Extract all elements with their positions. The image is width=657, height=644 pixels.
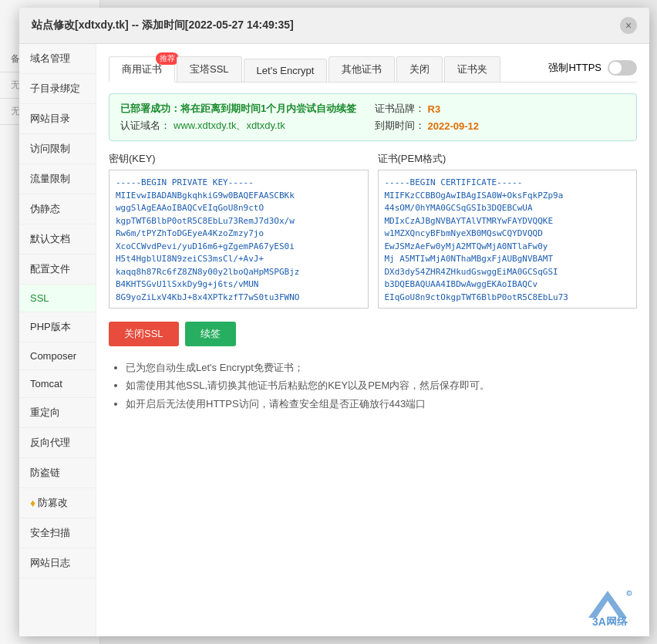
renew-button[interactable]: 续签 xyxy=(185,322,236,346)
cert-brand-value: R3 xyxy=(428,103,441,115)
info-item-1: 已为您自动生成Let's Encrypt免费证书； xyxy=(126,359,637,376)
sidenav-item-redirect[interactable]: 重定向 xyxy=(19,398,96,428)
domain-label: 认证域名： xyxy=(120,119,170,133)
sidenav-item-php[interactable]: PHP版本 xyxy=(19,312,96,342)
sidenav-item-security-scan[interactable]: 安全扫描 xyxy=(19,518,96,548)
action-buttons: 关闭SSL 续签 xyxy=(109,322,637,346)
sidenav-item-webdir[interactable]: 网站目录 xyxy=(19,104,96,134)
main-content: 商用证书 推荐 宝塔SSL Let's Encrypt 其他证书 xyxy=(96,44,649,636)
sidenav-item-hotlink[interactable]: 防盗链 xyxy=(19,458,96,488)
cert-section: 证书(PEM格式) -----BEGIN CERTIFICATE----- MI… xyxy=(378,152,638,311)
dialog-body: 域名管理 子目录绑定 网站目录 访问限制 流量限制 伪静态 默认文档 配置文件 … xyxy=(19,44,649,636)
info-item-3: 如开启后无法使用HTTPS访问，请检查安全组是否正确放行443端口 xyxy=(126,395,637,413)
sidenav-item-logs[interactable]: 网站日志 xyxy=(19,548,96,578)
sidenav-item-config[interactable]: 配置文件 xyxy=(19,255,96,285)
cert-columns: 密钥(KEY) -----BEGIN PRIVATE KEY----- MIIE… xyxy=(109,152,637,311)
dialog-header: 站点修改[xdtxdy.tk] -- 添加时间[2022-05-27 14:49… xyxy=(19,8,649,44)
close-icon[interactable]: × xyxy=(620,17,637,34)
expire-value: 2022-09-12 xyxy=(428,120,480,132)
logo-icon: 3A网络 R xyxy=(577,587,638,625)
tab-other-cert[interactable]: 其他证书 xyxy=(328,56,395,82)
cert-label: 证书(PEM格式) xyxy=(378,152,638,166)
success-banner: 已部署成功：将在距离到期时间1个月内尝试自动续签 证书品牌： R3 认证域名： … xyxy=(109,93,637,141)
sidenav-item-ssl[interactable]: SSL xyxy=(19,285,96,312)
dialog-sidenav: 域名管理 子目录绑定 网站目录 访问限制 流量限制 伪静态 默认文档 配置文件 … xyxy=(19,44,96,636)
dialog-title: 站点修改[xdtxdy.tk] -- 添加时间[2022-05-27 14:49… xyxy=(32,19,294,32)
sidenav-item-reverse-proxy[interactable]: 反向代理 xyxy=(19,428,96,458)
tab-commercial-cert[interactable]: 商用证书 推荐 xyxy=(109,56,175,83)
toggle-knob xyxy=(609,62,622,74)
cert-brand-label: 证书品牌： xyxy=(375,102,425,116)
tab-lets-encrypt[interactable]: Let's Encrypt xyxy=(244,59,328,82)
info-list: 已为您自动生成Let's Encrypt免费证书； 如需使用其他SSL,请切换其… xyxy=(109,359,637,413)
svg-marker-0 xyxy=(588,591,627,618)
close-ssl-button[interactable]: 关闭SSL xyxy=(109,322,179,346)
svg-text:3A网络: 3A网络 xyxy=(592,615,628,625)
key-label: 密钥(KEY) xyxy=(109,152,369,166)
watermark: 3A网络 R xyxy=(577,587,638,625)
svg-text:R: R xyxy=(628,591,631,595)
key-textarea[interactable]: -----BEGIN PRIVATE KEY----- MIIEvwIBADAN… xyxy=(109,170,369,309)
sidenav-item-domain[interactable]: 域名管理 xyxy=(19,44,96,74)
expire-label: 到期时间： xyxy=(375,119,425,133)
cert-textarea[interactable]: -----BEGIN CERTIFICATE----- MIIFKzCCBBOg… xyxy=(378,170,638,309)
force-https-label: 强制HTTPS xyxy=(548,61,601,75)
force-https-toggle[interactable] xyxy=(608,60,637,76)
info-item-2: 如需使用其他SSL,请切换其他证书后粘贴您的KEY以及PEM内容，然后保存即可。 xyxy=(126,376,637,394)
tab-cert-folder[interactable]: 证书夹 xyxy=(444,56,500,82)
warning-icon: ♦ xyxy=(30,497,35,509)
sidenav-item-access[interactable]: 访问限制 xyxy=(19,134,96,164)
recommended-badge: 推荐 xyxy=(156,52,179,65)
domain-value: www.xdtxdy.tk、xdtxdy.tk xyxy=(174,119,285,133)
sidenav-item-tomcat[interactable]: Tomcat xyxy=(19,370,96,398)
success-text: 已部署成功：将在距离到期时间1个月内尝试自动续签 xyxy=(120,103,356,114)
sidenav-item-subdir[interactable]: 子目录绑定 xyxy=(19,74,96,104)
sidenav-item-tamper[interactable]: ♦ 防篡改 xyxy=(19,488,96,518)
tab-baota-ssl[interactable]: 宝塔SSL xyxy=(177,56,242,82)
sidenav-item-default-doc[interactable]: 默认文档 xyxy=(19,224,96,255)
tab-close-cert[interactable]: 关闭 xyxy=(396,56,443,82)
sidenav-item-rewrite[interactable]: 伪静态 xyxy=(19,194,96,224)
sidenav-item-traffic[interactable]: 流量限制 xyxy=(19,164,96,194)
site-dialog: 站点修改[xdtxdy.tk] -- 添加时间[2022-05-27 14:49… xyxy=(19,8,649,636)
sidenav-item-composer[interactable]: Composer xyxy=(19,342,96,370)
key-section: 密钥(KEY) -----BEGIN PRIVATE KEY----- MIIE… xyxy=(109,152,369,311)
